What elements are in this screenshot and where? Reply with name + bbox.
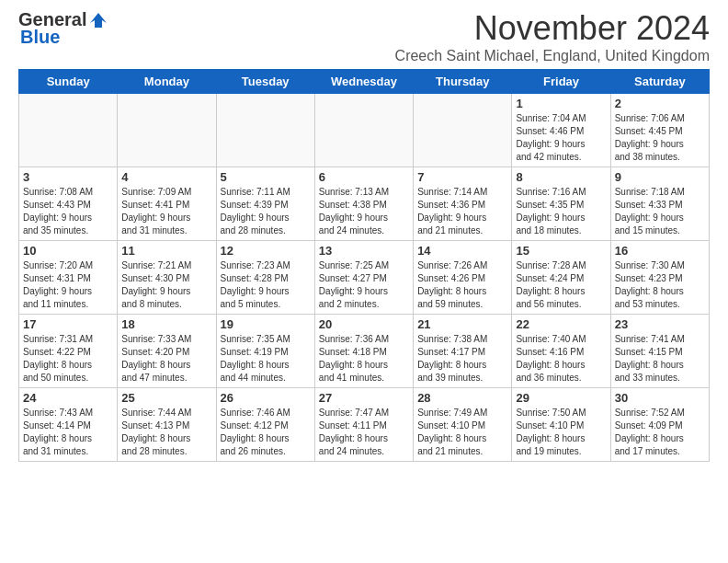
calendar-cell: 13Sunrise: 7:25 AM Sunset: 4:27 PM Dayli… <box>314 241 413 315</box>
calendar-table: SundayMondayTuesdayWednesdayThursdayFrid… <box>18 69 710 462</box>
day-number: 21 <box>417 317 507 331</box>
day-header-saturday: Saturday <box>610 70 709 94</box>
calendar-cell: 4Sunrise: 7:09 AM Sunset: 4:41 PM Daylig… <box>118 167 216 241</box>
calendar-cell: 28Sunrise: 7:49 AM Sunset: 4:10 PM Dayli… <box>414 388 512 462</box>
calendar-cell: 2Sunrise: 7:06 AM Sunset: 4:45 PM Daylig… <box>610 94 709 167</box>
calendar-cell: 3Sunrise: 7:08 AM Sunset: 4:43 PM Daylig… <box>19 167 118 241</box>
day-number: 19 <box>221 317 311 331</box>
day-info: Sunrise: 7:26 AM Sunset: 4:26 PM Dayligh… <box>417 259 507 311</box>
day-info: Sunrise: 7:13 AM Sunset: 4:38 PM Dayligh… <box>319 186 409 237</box>
day-info: Sunrise: 7:06 AM Sunset: 4:45 PM Dayligh… <box>615 112 705 164</box>
logo-blue-text: Blue <box>20 27 60 48</box>
calendar-week-0: 1Sunrise: 7:04 AM Sunset: 4:46 PM Daylig… <box>19 94 710 167</box>
page-header: General Blue November 2024 Creech Saint … <box>0 0 728 69</box>
day-info: Sunrise: 7:50 AM Sunset: 4:10 PM Dayligh… <box>516 407 606 458</box>
logo-icon <box>88 10 108 30</box>
calendar-cell: 26Sunrise: 7:46 AM Sunset: 4:12 PM Dayli… <box>216 388 314 462</box>
calendar-cell: 29Sunrise: 7:50 AM Sunset: 4:10 PM Dayli… <box>512 388 610 462</box>
day-info: Sunrise: 7:33 AM Sunset: 4:20 PM Dayligh… <box>121 333 211 385</box>
calendar-cell: 5Sunrise: 7:11 AM Sunset: 4:39 PM Daylig… <box>216 167 314 241</box>
day-info: Sunrise: 7:49 AM Sunset: 4:10 PM Dayligh… <box>417 407 507 458</box>
calendar-cell: 15Sunrise: 7:28 AM Sunset: 4:24 PM Dayli… <box>512 241 610 315</box>
day-number: 10 <box>23 244 113 258</box>
day-info: Sunrise: 7:30 AM Sunset: 4:23 PM Dayligh… <box>615 259 705 311</box>
day-info: Sunrise: 7:14 AM Sunset: 4:36 PM Dayligh… <box>417 186 507 237</box>
calendar-week-3: 17Sunrise: 7:31 AM Sunset: 4:22 PM Dayli… <box>19 315 710 388</box>
calendar-cell <box>118 94 216 167</box>
day-header-thursday: Thursday <box>414 70 512 94</box>
day-number: 29 <box>516 391 606 405</box>
day-number: 5 <box>221 170 311 184</box>
day-number: 11 <box>121 244 211 258</box>
day-number: 15 <box>516 244 606 258</box>
day-info: Sunrise: 7:43 AM Sunset: 4:14 PM Dayligh… <box>23 407 113 458</box>
calendar-cell: 22Sunrise: 7:40 AM Sunset: 4:16 PM Dayli… <box>512 315 610 388</box>
calendar-cell: 6Sunrise: 7:13 AM Sunset: 4:38 PM Daylig… <box>314 167 413 241</box>
calendar-cell: 24Sunrise: 7:43 AM Sunset: 4:14 PM Dayli… <box>19 388 118 462</box>
day-info: Sunrise: 7:31 AM Sunset: 4:22 PM Dayligh… <box>23 333 113 385</box>
day-header-sunday: Sunday <box>19 70 118 94</box>
day-number: 2 <box>615 97 705 110</box>
day-number: 9 <box>615 170 705 184</box>
day-info: Sunrise: 7:16 AM Sunset: 4:35 PM Dayligh… <box>516 186 606 237</box>
day-number: 12 <box>221 244 311 258</box>
calendar-cell <box>19 94 118 167</box>
location: Creech Saint Michael, England, United Ki… <box>395 48 710 64</box>
day-header-wednesday: Wednesday <box>314 70 413 94</box>
day-number: 13 <box>319 244 409 258</box>
calendar-cell: 23Sunrise: 7:41 AM Sunset: 4:15 PM Dayli… <box>610 315 709 388</box>
day-number: 14 <box>417 244 507 258</box>
calendar-cell: 21Sunrise: 7:38 AM Sunset: 4:17 PM Dayli… <box>414 315 512 388</box>
day-info: Sunrise: 7:41 AM Sunset: 4:15 PM Dayligh… <box>615 333 705 385</box>
day-info: Sunrise: 7:44 AM Sunset: 4:13 PM Dayligh… <box>121 407 211 458</box>
calendar-cell <box>216 94 314 167</box>
day-info: Sunrise: 7:21 AM Sunset: 4:30 PM Dayligh… <box>121 259 211 311</box>
calendar-cell: 25Sunrise: 7:44 AM Sunset: 4:13 PM Dayli… <box>118 388 216 462</box>
calendar-cell: 12Sunrise: 7:23 AM Sunset: 4:28 PM Dayli… <box>216 241 314 315</box>
day-info: Sunrise: 7:09 AM Sunset: 4:41 PM Dayligh… <box>121 186 211 237</box>
calendar-cell <box>414 94 512 167</box>
day-number: 27 <box>319 391 409 405</box>
day-info: Sunrise: 7:28 AM Sunset: 4:24 PM Dayligh… <box>516 259 606 311</box>
calendar-wrapper: SundayMondayTuesdayWednesdayThursdayFrid… <box>0 69 728 471</box>
day-info: Sunrise: 7:47 AM Sunset: 4:11 PM Dayligh… <box>319 407 409 458</box>
calendar-cell: 18Sunrise: 7:33 AM Sunset: 4:20 PM Dayli… <box>118 315 216 388</box>
day-number: 22 <box>516 317 606 331</box>
calendar-cell: 30Sunrise: 7:52 AM Sunset: 4:09 PM Dayli… <box>610 388 709 462</box>
calendar-cell: 10Sunrise: 7:20 AM Sunset: 4:31 PM Dayli… <box>19 241 118 315</box>
calendar-cell: 20Sunrise: 7:36 AM Sunset: 4:18 PM Dayli… <box>314 315 413 388</box>
day-number: 7 <box>417 170 507 184</box>
day-number: 24 <box>23 391 113 405</box>
day-info: Sunrise: 7:38 AM Sunset: 4:17 PM Dayligh… <box>417 333 507 385</box>
calendar-cell: 11Sunrise: 7:21 AM Sunset: 4:30 PM Dayli… <box>118 241 216 315</box>
title-area: November 2024 Creech Saint Michael, Engl… <box>395 9 710 64</box>
day-header-monday: Monday <box>118 70 216 94</box>
day-number: 1 <box>516 97 606 110</box>
day-number: 4 <box>121 170 211 184</box>
day-info: Sunrise: 7:11 AM Sunset: 4:39 PM Dayligh… <box>221 186 311 237</box>
calendar-cell: 27Sunrise: 7:47 AM Sunset: 4:11 PM Dayli… <box>314 388 413 462</box>
calendar-cell: 8Sunrise: 7:16 AM Sunset: 4:35 PM Daylig… <box>512 167 610 241</box>
day-info: Sunrise: 7:46 AM Sunset: 4:12 PM Dayligh… <box>221 407 311 458</box>
day-number: 30 <box>615 391 705 405</box>
day-info: Sunrise: 7:40 AM Sunset: 4:16 PM Dayligh… <box>516 333 606 385</box>
day-number: 6 <box>319 170 409 184</box>
day-header-tuesday: Tuesday <box>216 70 314 94</box>
day-number: 25 <box>121 391 211 405</box>
calendar-cell: 9Sunrise: 7:18 AM Sunset: 4:33 PM Daylig… <box>610 167 709 241</box>
day-info: Sunrise: 7:25 AM Sunset: 4:27 PM Dayligh… <box>319 259 409 311</box>
day-info: Sunrise: 7:52 AM Sunset: 4:09 PM Dayligh… <box>615 407 705 458</box>
day-info: Sunrise: 7:18 AM Sunset: 4:33 PM Dayligh… <box>615 186 705 237</box>
calendar-cell: 17Sunrise: 7:31 AM Sunset: 4:22 PM Dayli… <box>19 315 118 388</box>
day-number: 16 <box>615 244 705 258</box>
calendar-cell: 19Sunrise: 7:35 AM Sunset: 4:19 PM Dayli… <box>216 315 314 388</box>
day-number: 28 <box>417 391 507 405</box>
calendar-week-1: 3Sunrise: 7:08 AM Sunset: 4:43 PM Daylig… <box>19 167 710 241</box>
day-info: Sunrise: 7:23 AM Sunset: 4:28 PM Dayligh… <box>221 259 311 311</box>
day-number: 18 <box>121 317 211 331</box>
day-info: Sunrise: 7:04 AM Sunset: 4:46 PM Dayligh… <box>516 112 606 164</box>
calendar-cell: 16Sunrise: 7:30 AM Sunset: 4:23 PM Dayli… <box>610 241 709 315</box>
day-number: 20 <box>319 317 409 331</box>
day-number: 23 <box>615 317 705 331</box>
day-number: 26 <box>221 391 311 405</box>
